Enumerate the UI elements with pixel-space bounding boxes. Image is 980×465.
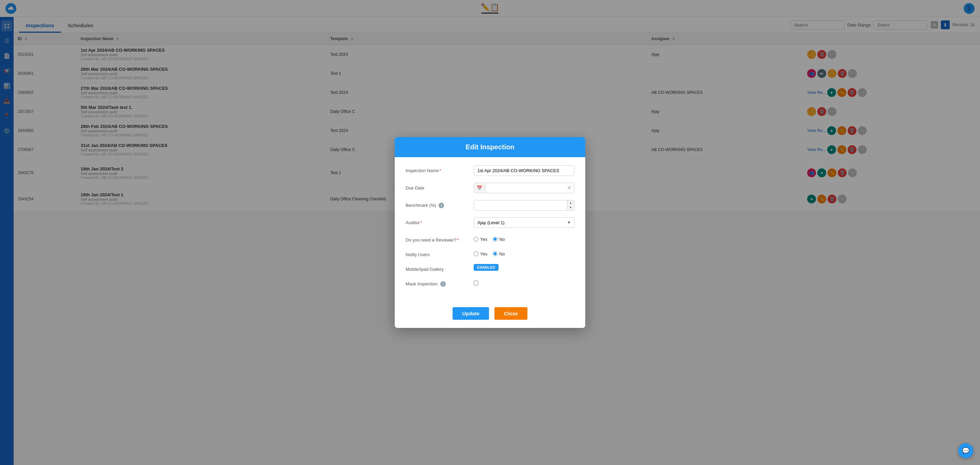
- due-date-label: Due Date: [406, 183, 474, 190]
- benchmark-up[interactable]: ▲: [567, 200, 574, 205]
- form-row-inspection-name: Inspection Name*: [406, 165, 574, 176]
- required-star: *: [457, 237, 459, 243]
- required-star: *: [420, 220, 422, 225]
- benchmark-field[interactable]: [474, 200, 567, 210]
- auditor-label: Auditor*: [406, 217, 474, 225]
- chat-button[interactable]: 💬: [958, 443, 973, 458]
- mask-checkbox-item: [474, 279, 574, 286]
- benchmark-input-wrap: ▲ ▼: [474, 200, 574, 211]
- benchmark-arrows: ▲ ▼: [567, 200, 574, 210]
- edit-inspection-modal: Edit Inspection Inspection Name* Due Dat…: [395, 137, 585, 328]
- notify-no-label: No: [499, 251, 505, 257]
- form-row-auditor: Auditor* Ajay (Level 1) ▼: [406, 217, 574, 228]
- reviewer-control: Yes No: [474, 235, 574, 242]
- auditor-control: Ajay (Level 1) ▼: [474, 217, 574, 228]
- close-button[interactable]: Close: [495, 307, 527, 320]
- due-date-field[interactable]: [485, 183, 565, 193]
- gallery-label: Mobile/Ipad Gallery: [406, 264, 474, 272]
- update-button[interactable]: Update: [453, 307, 489, 320]
- auditor-select[interactable]: Ajay (Level 1): [474, 217, 574, 228]
- mask-control: [474, 279, 574, 286]
- gallery-control: ENABLED: [474, 264, 574, 271]
- reviewer-no-radio[interactable]: [493, 237, 498, 241]
- inspection-name-field[interactable]: [474, 165, 574, 176]
- benchmark-label: Benchmark (%) i: [406, 200, 474, 208]
- notify-label: Notify Users: [406, 249, 474, 257]
- calendar-icon: 📅: [474, 183, 485, 192]
- benchmark-control: ▲ ▼: [474, 200, 574, 211]
- reviewer-no-option[interactable]: No: [493, 237, 505, 242]
- reviewer-yes-radio[interactable]: [474, 237, 479, 241]
- inspection-name-label: Inspection Name*: [406, 165, 474, 173]
- form-row-due-date: Due Date 📅 ✕: [406, 183, 574, 193]
- auditor-select-wrap: Ajay (Level 1) ▼: [474, 217, 574, 228]
- notify-yes-label: Yes: [480, 251, 487, 257]
- notify-yes-option[interactable]: Yes: [474, 251, 487, 257]
- notify-no-radio[interactable]: [493, 251, 498, 256]
- modal-title: Edit Inspection: [466, 143, 514, 151]
- modal-body: Inspection Name* Due Date 📅 ✕: [395, 157, 585, 302]
- form-row-gallery: Mobile/Ipad Gallery ENABLED: [406, 264, 574, 272]
- mask-label: Mask Inspection i: [406, 279, 474, 287]
- form-row-notify: Notify Users Yes No: [406, 249, 574, 257]
- mask-info-icon[interactable]: i: [440, 281, 446, 287]
- benchmark-down[interactable]: ▼: [567, 205, 574, 210]
- gallery-toggle[interactable]: ENABLED: [474, 264, 498, 271]
- notify-no-option[interactable]: No: [493, 251, 505, 257]
- reviewer-label: Do you need a Reviewer?*: [406, 235, 474, 243]
- reviewer-yes-option[interactable]: Yes: [474, 237, 487, 242]
- mask-checkbox[interactable]: [474, 281, 479, 286]
- form-row-reviewer: Do you need a Reviewer?* Yes No: [406, 235, 574, 243]
- modal-overlay: Edit Inspection Inspection Name* Due Dat…: [0, 0, 980, 465]
- form-row-mask: Mask Inspection i: [406, 279, 574, 287]
- form-row-benchmark: Benchmark (%) i ▲ ▼: [406, 200, 574, 211]
- required-star: *: [440, 168, 441, 173]
- reviewer-yes-label: Yes: [480, 237, 487, 242]
- reviewer-no-label: No: [499, 237, 505, 242]
- date-clear-button[interactable]: ✕: [565, 183, 574, 192]
- date-input-wrap: 📅 ✕: [474, 183, 574, 193]
- modal-footer: Update Close: [395, 302, 585, 328]
- notify-yes-radio[interactable]: [474, 251, 479, 256]
- notify-control: Yes No: [474, 249, 574, 257]
- inspection-name-control: [474, 165, 574, 176]
- modal-header: Edit Inspection: [395, 137, 585, 157]
- due-date-control: 📅 ✕: [474, 183, 574, 193]
- reviewer-radio-group: Yes No: [474, 235, 574, 242]
- notify-radio-group: Yes No: [474, 249, 574, 257]
- benchmark-info-icon[interactable]: i: [439, 203, 444, 208]
